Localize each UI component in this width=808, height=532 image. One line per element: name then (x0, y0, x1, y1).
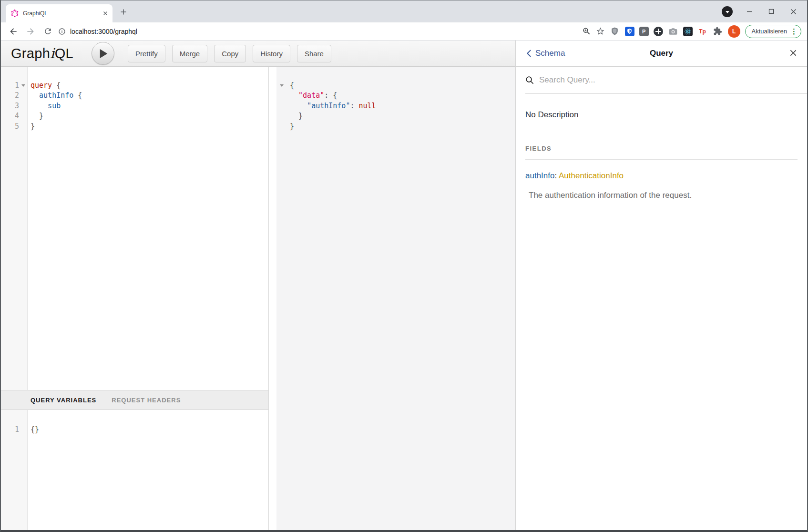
merge-button[interactable]: Merge (172, 45, 208, 62)
browser-tab[interactable]: GraphiQL (6, 4, 113, 22)
execute-query-button[interactable] (92, 42, 114, 65)
line-number: 4 (1, 111, 19, 121)
minimize-button[interactable] (738, 3, 760, 20)
browser-titlebar: GraphiQL (1, 0, 807, 22)
url-input[interactable]: localhost:3000/graphql (70, 28, 137, 35)
fields-heading: FIELDS (525, 145, 798, 152)
omnibox[interactable]: localhost:3000/graphql (58, 28, 582, 35)
fold-arrow-icon[interactable] (21, 84, 25, 87)
tab-search-icon[interactable] (722, 6, 733, 17)
maximize-button[interactable] (760, 3, 782, 20)
share-button[interactable]: Share (297, 45, 331, 62)
tab-title: GraphiQL (23, 10, 102, 17)
tab-request-headers[interactable]: REQUEST HEADERS (112, 397, 181, 404)
back-icon[interactable] (7, 25, 20, 38)
code-line: 2 authInfo { (1, 91, 268, 101)
tab-close-icon[interactable] (102, 10, 109, 17)
doc-back-link[interactable]: Schema (526, 49, 565, 58)
browser-update-button[interactable]: Aktualisieren ⋮ (745, 25, 801, 38)
divider (525, 159, 798, 160)
variables-editor[interactable]: 1 {} (1, 410, 268, 530)
doc-explorer-titlebar: Schema Query (516, 41, 807, 67)
query-editor[interactable]: 1 query { 2 authInfo { 3 su (1, 67, 268, 390)
zoom-icon[interactable] (582, 27, 591, 36)
result-viewer: { "data": { "authInfo": null } } (276, 67, 515, 530)
history-button[interactable]: History (253, 45, 290, 62)
graphql-favicon-icon (11, 10, 19, 17)
tab-query-variables[interactable]: QUERY VARIABLES (31, 397, 96, 404)
chevron-left-icon (526, 49, 532, 58)
code-line: 1 {} (1, 425, 268, 435)
ublock-extension-icon[interactable] (610, 26, 620, 37)
doc-search-bar (525, 67, 807, 94)
reload-icon[interactable] (41, 25, 54, 38)
line-number: 1 (1, 81, 19, 91)
browser-window: GraphiQL (0, 0, 808, 532)
react-devtools-extension-icon[interactable] (683, 27, 693, 36)
line-number: 3 (1, 101, 19, 111)
field-name-link[interactable]: authInfo (525, 171, 554, 180)
line-number: 2 (1, 91, 19, 101)
play-icon (100, 49, 108, 58)
graphiql-logo: GraphiQL (11, 45, 73, 61)
type-name-link[interactable]: AuthenticationInfo (559, 171, 624, 180)
prettify-button[interactable]: Prettify (128, 45, 165, 62)
menu-kebab-icon[interactable]: ⋮ (790, 28, 798, 35)
tp-extension-icon[interactable]: Tp (697, 26, 708, 37)
type-description: No Description (525, 110, 798, 120)
code-line: 4 } (1, 111, 268, 121)
graphiql-app: GraphiQL Prettify Merge Copy History Sha… (1, 41, 807, 530)
result-line: } (276, 111, 515, 121)
search-icon (525, 76, 534, 85)
result-line: } (276, 122, 515, 132)
secondary-editor-tabs: QUERY VARIABLES REQUEST HEADERS (1, 390, 268, 410)
close-button[interactable] (782, 3, 804, 20)
new-tab-button[interactable] (118, 7, 129, 17)
move-tool-extension-icon[interactable] (654, 27, 663, 36)
line-number: 5 (1, 122, 19, 132)
copy-button[interactable]: Copy (214, 45, 246, 62)
code-line: 1 query { (1, 81, 268, 91)
result-line: { (276, 81, 515, 91)
doc-explorer: Schema Query No Description FIELDS (515, 41, 807, 530)
result-line: "data": { (276, 91, 515, 101)
p-extension-icon[interactable]: P (639, 27, 649, 36)
browser-navbar: localhost:3000/graphql P (1, 22, 807, 41)
forward-icon[interactable] (24, 25, 37, 38)
doc-search-input[interactable] (539, 75, 807, 85)
field-description: The authentication information of the re… (529, 191, 798, 200)
doc-close-icon[interactable] (789, 49, 798, 57)
code-line: 5 } (1, 122, 268, 132)
field-entry: authInfo: AuthenticationInfo (525, 171, 798, 181)
update-button-label: Aktualisieren (752, 28, 787, 35)
code-line: 3 sub (1, 101, 268, 111)
screenshot-camera-extension-icon[interactable] (668, 26, 678, 37)
extensions-puzzle-icon[interactable] (713, 26, 723, 37)
bookmark-star-icon[interactable] (596, 27, 605, 36)
page-info-icon[interactable] (58, 28, 66, 35)
bitwarden-extension-icon[interactable] (625, 27, 634, 36)
result-line: "authInfo": null (276, 101, 515, 111)
pane-resizer[interactable] (269, 67, 276, 530)
fold-arrow-icon[interactable] (280, 84, 284, 87)
profile-avatar[interactable]: L (728, 25, 740, 38)
query-pane: 1 query { 2 authInfo { 3 su (1, 67, 269, 530)
line-number: 1 (1, 425, 19, 435)
